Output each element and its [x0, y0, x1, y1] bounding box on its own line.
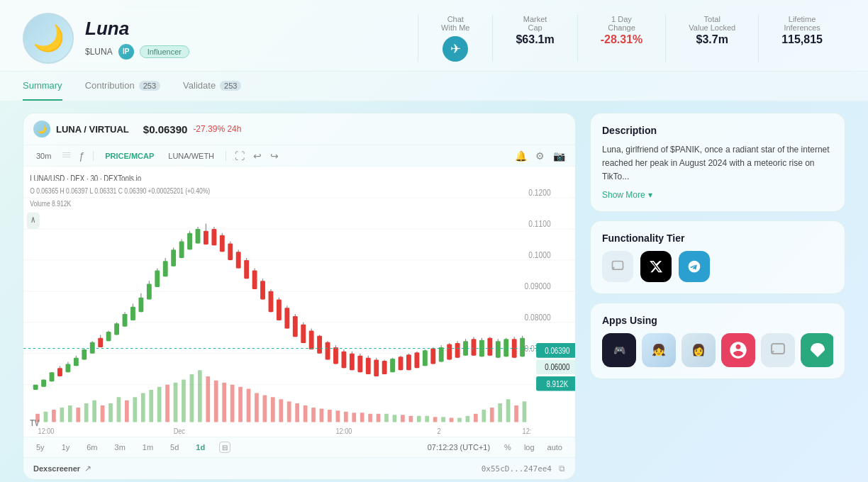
app-icon-1[interactable]: 🎮: [602, 333, 636, 367]
chevron-down-icon: ▾: [648, 190, 652, 200]
settings-icon[interactable]: ⚙: [535, 150, 545, 162]
svg-rect-187: [401, 415, 405, 422]
svg-rect-54: [196, 229, 201, 244]
right-panel: Description Luna, girlfriend of $PANIK, …: [590, 113, 845, 480]
svg-rect-24: [74, 358, 79, 366]
svg-rect-177: [320, 408, 324, 422]
svg-rect-175: [304, 405, 308, 422]
tf-5y[interactable]: 5y: [33, 442, 48, 453]
svg-rect-151: [108, 403, 113, 422]
svg-rect-179: [335, 410, 340, 422]
svg-rect-102: [390, 359, 395, 372]
tf-6m[interactable]: 6m: [84, 442, 100, 453]
svg-rect-128: [496, 341, 501, 357]
svg-rect-183: [368, 414, 372, 422]
tab-summary[interactable]: Summary: [23, 72, 62, 101]
svg-rect-60: [220, 235, 225, 252]
svg-text:TV: TV: [30, 417, 39, 429]
dex-label: Dexscreener: [33, 464, 80, 473]
redo-icon[interactable]: ↪: [270, 150, 279, 162]
svg-rect-82: [309, 331, 314, 349]
app-icon-5[interactable]: [761, 333, 795, 367]
svg-text:LUNA/USD · DEX · 30 · DEXTools: LUNA/USD · DEX · 30 · DEXTools.io: [30, 173, 141, 182]
chart-footer: 5y 1y 6m 3m 1m 5d 1d ⊟ 07:12:23 (UTC+1) …: [23, 437, 575, 457]
header: 🌙 Luna $LUNA IP Influencer ChatWith Me ✈…: [0, 0, 868, 72]
svg-rect-100: [382, 361, 387, 374]
svg-text:0.09000: 0.09000: [524, 281, 551, 292]
chart-type-btn[interactable]: ⊟: [219, 442, 230, 453]
svg-rect-74: [277, 300, 282, 320]
svg-rect-108: [414, 352, 419, 368]
profile-ticker: $LUNA: [85, 47, 113, 57]
svg-rect-170: [263, 395, 267, 422]
candle-icon[interactable]: 𝄘: [62, 150, 70, 162]
svg-rect-22: [65, 364, 70, 372]
price-mcap-tab[interactable]: PRICE/MCAP: [102, 150, 157, 162]
luna-weth-tab[interactable]: LUNA/WETH: [165, 150, 217, 162]
timeframe-btn[interactable]: 30m: [33, 150, 54, 162]
svg-rect-116: [447, 344, 452, 360]
chart-scale-controls: % log auto: [501, 442, 565, 453]
svg-rect-150: [101, 405, 105, 422]
svg-text:0.06390: 0.06390: [545, 346, 569, 355]
svg-rect-104: [399, 357, 404, 370]
tf-1y[interactable]: 1y: [59, 442, 73, 453]
tier-icons-row: [602, 251, 833, 282]
tf-3m[interactable]: 3m: [112, 442, 128, 453]
chat-tier-icon[interactable]: [602, 251, 633, 282]
scale-percent[interactable]: %: [501, 442, 514, 453]
chart-logo: 🌙: [33, 120, 50, 138]
alert-icon[interactable]: 🔔: [515, 150, 527, 162]
chart-pair: LUNA / VIRTUAL: [56, 124, 129, 135]
svg-rect-76: [284, 308, 289, 328]
svg-rect-90: [341, 352, 346, 368]
separator2: [226, 151, 226, 161]
svg-rect-171: [271, 397, 275, 422]
app-icon-6[interactable]: [801, 333, 833, 367]
tf-1m[interactable]: 1m: [140, 442, 156, 453]
stat-market-cap: MarketCap $63.1m: [492, 15, 577, 62]
svg-rect-200: [506, 399, 511, 422]
svg-rect-122: [472, 339, 477, 355]
camera-icon[interactable]: 📷: [553, 150, 565, 162]
svg-rect-182: [360, 413, 365, 422]
show-more-btn[interactable]: Show More ▾: [602, 190, 833, 200]
app-icon-2[interactable]: 👧: [642, 333, 676, 367]
functionality-title: Functionality Tier: [602, 232, 833, 244]
scale-auto[interactable]: auto: [545, 442, 565, 453]
stat-tvl: TotalValue Locked $3.7m: [665, 15, 758, 62]
svg-rect-56: [204, 231, 208, 245]
external-link-icon[interactable]: ↗: [84, 464, 91, 473]
twitter-tier-icon[interactable]: [640, 251, 672, 282]
telegram-tier-icon[interactable]: [679, 251, 710, 282]
svg-rect-181: [352, 413, 356, 422]
expand-icon[interactable]: ⛶: [235, 150, 245, 162]
undo-icon[interactable]: ↩: [253, 150, 262, 162]
svg-rect-156: [149, 390, 153, 422]
copy-icon[interactable]: ⧉: [559, 464, 565, 473]
contract-address: 0x55cD...247ee4: [482, 464, 552, 473]
apps-title: Apps Using: [602, 315, 833, 326]
profile-info: Luna $LUNA IP Influencer: [85, 18, 189, 60]
tab-contribution[interactable]: Contribution 253: [85, 72, 160, 101]
svg-rect-44: [155, 271, 160, 287]
svg-rect-34: [114, 323, 119, 335]
tf-5d[interactable]: 5d: [167, 442, 182, 453]
app-icon-3[interactable]: 👩: [681, 333, 716, 367]
indicator-icon[interactable]: ƒ: [79, 150, 84, 162]
svg-rect-130: [503, 339, 508, 357]
tab-validate[interactable]: Validate 253: [183, 72, 241, 101]
svg-rect-176: [311, 408, 316, 422]
svg-rect-46: [163, 261, 168, 276]
chat-button[interactable]: ✈: [443, 36, 468, 62]
inferences-label: LifetimeInferences: [784, 15, 820, 32]
tf-1d[interactable]: 1d: [193, 442, 208, 453]
svg-rect-68: [252, 271, 257, 289]
app-icon-4[interactable]: [721, 333, 755, 367]
svg-rect-72: [269, 291, 274, 312]
svg-text:0.08000: 0.08000: [524, 312, 551, 323]
validate-badge: 253: [220, 81, 241, 91]
svg-rect-98: [374, 360, 379, 376]
scale-log[interactable]: log: [521, 442, 538, 453]
profile-name: Luna: [85, 18, 189, 40]
